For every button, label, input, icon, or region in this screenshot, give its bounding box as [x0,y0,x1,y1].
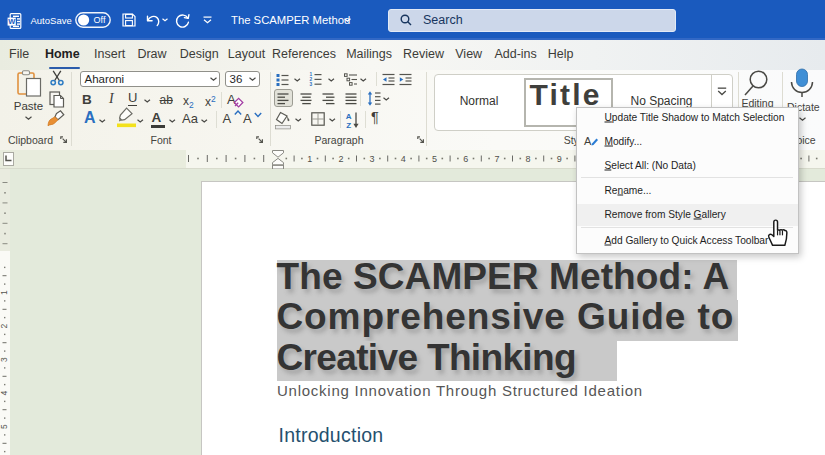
svg-text:9: 9 [557,153,562,163]
svg-text:Off: Off [94,15,106,25]
svg-text:4: 4 [0,390,9,395]
svg-text:8: 8 [526,153,531,163]
svg-text:1: 1 [307,153,312,163]
svg-text:2: 2 [0,323,9,328]
svg-text:4: 4 [401,153,406,163]
svg-text:A: A [584,135,592,147]
svg-text:Z: Z [346,120,351,129]
svg-text:1: 1 [0,290,9,295]
svg-text:6: 6 [463,153,468,163]
svg-text:3: 3 [0,357,9,362]
svg-text:5: 5 [0,424,9,429]
svg-text:A: A [345,111,351,120]
svg-text:3: 3 [370,153,375,163]
svg-text:7: 7 [494,153,499,163]
svg-text:3: 3 [309,82,312,87]
svg-text:2: 2 [338,153,343,163]
svg-text:5: 5 [432,153,437,163]
